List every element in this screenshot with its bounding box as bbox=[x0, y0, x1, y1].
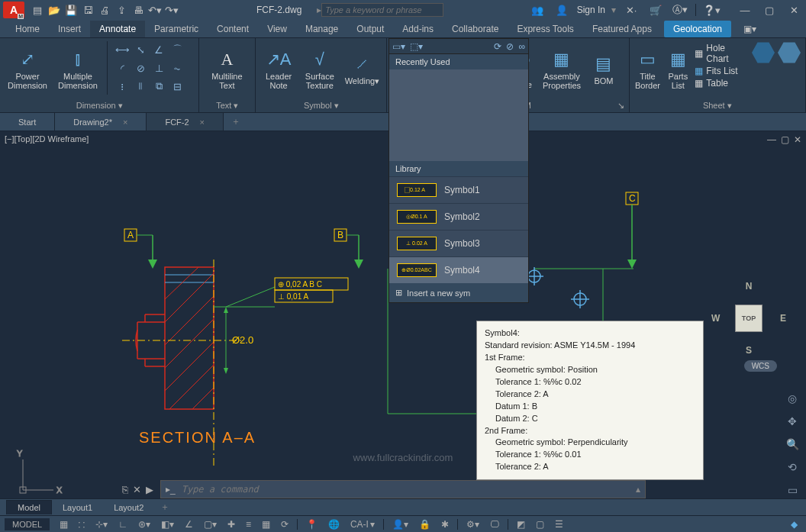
redo-icon[interactable]: ↷▾ bbox=[165, 3, 179, 17]
nav-wheel-icon[interactable]: ◎ bbox=[785, 391, 800, 406]
ortho-icon[interactable]: ∟ bbox=[114, 519, 131, 530]
zoom-icon[interactable]: 🔍 bbox=[785, 437, 800, 452]
vp-max-icon[interactable]: ▢ bbox=[781, 134, 789, 145]
dyn-icon[interactable]: ✚ bbox=[224, 519, 239, 530]
dd-tool3-icon[interactable]: ⟳ bbox=[494, 41, 501, 52]
dd-tool1-icon[interactable]: ▭▾ bbox=[392, 41, 405, 52]
angular-dim-icon[interactable]: ∠ bbox=[150, 41, 167, 58]
tab-insert[interactable]: Insert bbox=[49, 21, 90, 37]
doc-tab-start[interactable]: Start bbox=[0, 113, 55, 131]
globe-icon[interactable]: 🌐 bbox=[324, 519, 343, 530]
hex-icon-1[interactable] bbox=[752, 41, 775, 64]
new-icon[interactable]: ▤ bbox=[31, 3, 44, 17]
dd-item-symbol3[interactable]: ⊥ 0.02 ASymbol3 bbox=[389, 230, 528, 256]
tab-parametric[interactable]: Parametric bbox=[145, 21, 208, 37]
status-model[interactable]: MODEL bbox=[5, 518, 50, 530]
jogged-dim-icon[interactable]: ⏦ bbox=[169, 60, 185, 76]
arc-dim-icon[interactable]: ⌒ bbox=[169, 41, 185, 58]
custom-icon[interactable]: ☰ bbox=[551, 519, 567, 530]
multiline-text-button[interactable]: A Multiline Text bbox=[204, 41, 250, 96]
baseline-dim-icon[interactable]: ⫶ bbox=[114, 78, 131, 95]
panel-title-text[interactable]: Text ▾ bbox=[204, 98, 250, 112]
radius-dim-icon[interactable]: ◜ bbox=[114, 60, 131, 76]
cycle-icon[interactable]: ⟳ bbox=[277, 519, 292, 530]
command-input[interactable] bbox=[182, 484, 630, 495]
dd-item-symbol1[interactable]: ⃞ 0.12 ASymbol1 bbox=[389, 176, 528, 203]
leader-note-button[interactable]: ↗A Leader Note bbox=[260, 41, 297, 96]
panel-title-sheet[interactable]: Sheet ▾ bbox=[634, 98, 801, 112]
chain-dim-icon[interactable]: ⧉ bbox=[150, 78, 167, 95]
osnap-icon[interactable]: ∠ bbox=[181, 519, 197, 530]
infer-icon[interactable]: ⊹▾ bbox=[92, 519, 111, 530]
close-tab-icon[interactable]: × bbox=[200, 118, 205, 127]
tab-manage[interactable]: Manage bbox=[296, 21, 347, 37]
vp-close-icon[interactable]: ✕ bbox=[794, 134, 801, 145]
otrack-icon[interactable]: ▢▾ bbox=[200, 519, 221, 530]
close-tab-icon[interactable]: × bbox=[123, 118, 127, 127]
hole-chart-button[interactable]: ▦Hole Chart bbox=[695, 43, 740, 64]
hex-icon-2[interactable] bbox=[778, 41, 801, 64]
save-icon[interactable]: 💾 bbox=[64, 3, 78, 17]
layout-tab-model[interactable]: Model bbox=[6, 500, 52, 514]
tab-home[interactable]: Home bbox=[6, 21, 49, 37]
table-button[interactable]: ▦Table bbox=[695, 78, 740, 89]
exchange-icon[interactable]: ✕· bbox=[624, 3, 638, 17]
add-layout-button[interactable]: ＋ bbox=[154, 501, 176, 514]
ordinate-dim-icon[interactable]: ⊥ bbox=[150, 60, 167, 76]
app-logo[interactable]: A bbox=[3, 2, 24, 18]
collab-icon[interactable]: 👥 bbox=[530, 3, 544, 17]
layout-tab-1[interactable]: Layout1 bbox=[52, 501, 103, 514]
tab-geolocation[interactable]: Geolocation bbox=[664, 21, 731, 37]
dd-tool5-icon[interactable]: ∞ bbox=[518, 41, 525, 52]
surface-texture-button[interactable]: √ Surface Texture bbox=[301, 41, 338, 96]
maximize-icon[interactable]: ▢ bbox=[762, 3, 776, 17]
undo-icon[interactable]: ↶▾ bbox=[148, 3, 162, 17]
showmotion-icon[interactable]: ▭ bbox=[785, 482, 800, 498]
cmd-script-icon[interactable]: ▶ bbox=[146, 484, 153, 495]
cmd-recent-icon[interactable]: ⎘ bbox=[122, 484, 128, 495]
bom-button[interactable]: ▤ BOM bbox=[588, 41, 619, 96]
standard-badge[interactable]: CA-I▾ bbox=[347, 519, 379, 530]
a360-icon[interactable]: Ⓐ▾ bbox=[673, 3, 687, 17]
close-icon[interactable]: ✕ bbox=[787, 3, 801, 17]
tab-view[interactable]: View bbox=[258, 21, 296, 37]
share-icon[interactable]: ⇪ bbox=[114, 3, 128, 17]
fits-list-button[interactable]: ▦Fits List bbox=[695, 66, 740, 76]
panel-title-dimension[interactable]: Dimension ▾ bbox=[5, 98, 194, 112]
help-search[interactable] bbox=[321, 3, 443, 17]
power-dimension-button[interactable]: ⤢ Power Dimension bbox=[5, 41, 50, 96]
aligned-dim-icon[interactable]: ⤡ bbox=[132, 41, 149, 58]
tab-content[interactable]: Content bbox=[208, 21, 258, 37]
pan-icon[interactable]: ✥ bbox=[785, 414, 800, 429]
tray-icon[interactable]: ◆ bbox=[787, 519, 801, 530]
viewcube[interactable]: N S W E TOP bbox=[714, 284, 783, 353]
trans-icon[interactable]: ▦ bbox=[258, 519, 274, 530]
tab-options-icon[interactable]: ▣▾ bbox=[734, 21, 766, 37]
vp-min-icon[interactable]: — bbox=[767, 134, 776, 145]
add-tab-button[interactable]: ＋ bbox=[224, 115, 248, 128]
monitor-icon[interactable]: 🖵 bbox=[486, 519, 503, 530]
clean-icon[interactable]: ▢ bbox=[532, 519, 548, 530]
break-dim-icon[interactable]: ⊟ bbox=[169, 78, 185, 95]
geomarker-icon[interactable]: 📍 bbox=[302, 519, 321, 530]
tab-express[interactable]: Express Tools bbox=[508, 21, 582, 37]
tab-addins[interactable]: Add-ins bbox=[393, 21, 443, 37]
grid-icon[interactable]: ▦ bbox=[56, 519, 72, 530]
minimize-icon[interactable]: — bbox=[738, 3, 752, 17]
cart-icon[interactable]: 🛒 bbox=[649, 3, 663, 17]
welding-button[interactable]: ⟋ Welding▾ bbox=[343, 41, 382, 96]
viewport-label[interactable]: [−][Top][2D Wireframe] bbox=[5, 134, 89, 143]
dd-tool2-icon[interactable]: ⬚▾ bbox=[410, 41, 423, 52]
doc-tab-fcf2[interactable]: FCF-2× bbox=[147, 113, 224, 131]
help-icon[interactable]: ❔▾ bbox=[704, 3, 718, 17]
layout-tab-2[interactable]: Layout2 bbox=[103, 501, 154, 514]
tab-featured[interactable]: Featured Apps bbox=[583, 21, 661, 37]
scale-icon[interactable]: 👤▾ bbox=[388, 519, 412, 530]
dd-item-symbol4[interactable]: ⊕Ø0.02ABCSymbol4 bbox=[389, 256, 528, 283]
ws-icon[interactable]: ⚙▾ bbox=[463, 519, 483, 530]
assembly-props-button[interactable]: ▦ Assembly Properties bbox=[540, 41, 584, 96]
tab-annotate[interactable]: Annotate bbox=[90, 21, 145, 37]
wcs-badge[interactable]: WCS bbox=[744, 360, 777, 372]
dd-footer[interactable]: ⊞Insert a new sym bbox=[389, 283, 528, 302]
dd-item-symbol2[interactable]: ◎Ø0.1 ASymbol2 bbox=[389, 203, 528, 230]
